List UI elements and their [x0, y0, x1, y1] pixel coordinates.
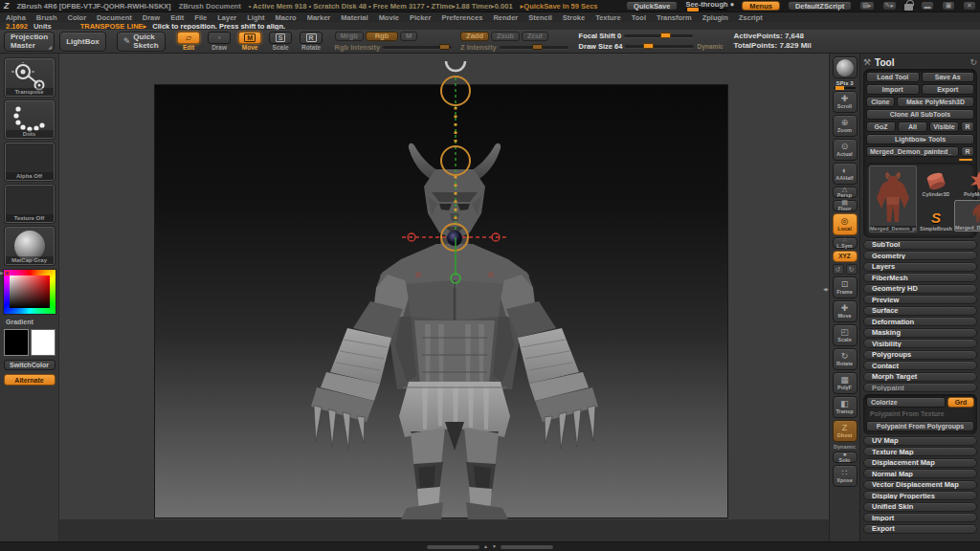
palette-memory-icon[interactable]: ↻ — [969, 57, 977, 67]
section-geometry[interactable]: Geometry — [863, 251, 977, 260]
current-brush-thumbnail[interactable]: Transpose — [5, 58, 55, 97]
tool-thumb-cylinder3d[interactable]: Cylinder3D — [920, 165, 952, 197]
frame-button[interactable]: ⊡Frame — [833, 276, 858, 298]
move-mode-button[interactable]: M Move — [237, 32, 263, 52]
canvas[interactable] — [154, 84, 728, 518]
local-button[interactable]: ◎Local — [833, 213, 858, 235]
section-subtool[interactable]: SubTool — [863, 240, 977, 250]
section-layers[interactable]: Layers — [863, 262, 977, 272]
menu-color[interactable]: Color — [68, 13, 87, 22]
transp-button[interactable]: ◧Transp — [833, 396, 858, 418]
menu-brush[interactable]: Brush — [36, 13, 57, 22]
rgb-button[interactable]: Rgb — [366, 32, 398, 41]
menu-picker[interactable]: Picker — [410, 13, 432, 22]
section-uv-map[interactable]: UV Map — [863, 436, 977, 446]
section-normal-map[interactable]: Normal Map — [863, 469, 977, 478]
tool-r-button[interactable]: R — [961, 146, 974, 157]
lightbox-tools-button[interactable]: Lightbox▸ Tools — [866, 134, 974, 144]
tool-thumb-simplebrush[interactable]: S SimpleBrush — [920, 200, 952, 231]
menu-movie[interactable]: Movie — [379, 13, 399, 22]
scroll-button[interactable]: ✚Scroll — [833, 91, 858, 113]
current-alpha-thumbnail[interactable]: Alpha Off — [5, 143, 55, 181]
aahalf-button[interactable]: ◐AAHalf — [833, 163, 858, 185]
section-export[interactable]: Export — [863, 524, 977, 534]
quick-sketch-button[interactable]: ✎ Quick Sketch — [117, 32, 166, 52]
solo-button[interactable]: ●Solo — [833, 452, 858, 463]
section-surface[interactable]: Surface — [863, 306, 977, 316]
rotate-canvas-button[interactable]: ↻Rotate — [833, 348, 858, 370]
dynamic-label[interactable]: Dynamic — [697, 43, 723, 50]
clone-all-subtools-button[interactable]: Clone All SubTools — [866, 109, 974, 120]
secondary-color-swatch[interactable] — [31, 329, 56, 356]
section-deformation[interactable]: Deformation — [863, 317, 977, 326]
save-as-button[interactable]: Save As — [922, 72, 975, 82]
scroll-up-icon[interactable]: ▲ — [483, 544, 488, 549]
mrgb-button[interactable]: Mrgb — [335, 32, 364, 41]
menu-zscript[interactable]: Zscript — [739, 13, 763, 22]
menu-draw[interactable]: Draw — [143, 13, 160, 22]
section-polygroups[interactable]: Polygroups — [863, 350, 977, 360]
spin-right-icon[interactable]: ↻ — [846, 264, 858, 275]
zadd-button[interactable]: Zadd — [460, 32, 489, 41]
clone-button[interactable]: Clone — [866, 97, 895, 107]
menu-transform[interactable]: Transform — [657, 13, 692, 22]
active-tool-thumbnail[interactable]: Merged_Demon_pa — [869, 165, 917, 232]
menu-document[interactable]: Document — [97, 13, 132, 22]
menu-tool[interactable]: Tool — [632, 13, 646, 22]
see-through-slider[interactable]: See-through ● — [685, 1, 734, 11]
m-button[interactable]: M — [400, 32, 417, 41]
menu-material[interactable]: Material — [341, 13, 368, 22]
projection-master-button[interactable]: Projection Master ◢ — [4, 32, 55, 52]
lightbox-button[interactable]: LightBox — [59, 32, 106, 52]
switch-color-button[interactable]: SwitchColor — [4, 360, 56, 370]
menu-stencil[interactable]: Stencil — [528, 13, 552, 22]
goz-visible-button[interactable]: Visible — [929, 121, 959, 132]
edit-mode-button[interactable]: ▱ Edit — [176, 32, 202, 52]
move-canvas-button[interactable]: ✚Move — [833, 300, 858, 322]
export-button[interactable]: Export — [922, 84, 975, 95]
section-unified-skin[interactable]: Unified Skin — [863, 502, 977, 512]
section-contact[interactable]: Contact — [863, 361, 977, 370]
spix-slider[interactable]: SPix 3 — [835, 80, 856, 89]
current-material-thumbnail[interactable]: MatCap Gray — [5, 227, 55, 265]
section-vector-displacement-map[interactable]: Vector Displacement Map — [863, 480, 977, 490]
menu-preferences[interactable]: Preferences — [441, 13, 482, 22]
section-masking[interactable]: Masking — [863, 328, 977, 338]
scale-canvas-button[interactable]: ◰Scale — [833, 324, 858, 346]
close-button[interactable]: ✕ — [963, 1, 976, 11]
section-fibermesh[interactable]: FiberMesh — [863, 273, 977, 282]
bpr-button[interactable] — [833, 56, 858, 78]
draw-mode-button[interactable]: ◦ Draw — [207, 32, 233, 52]
copy-brush-icon[interactable]: ✎▸ — [882, 1, 897, 11]
tool-thumb-polymesh3d[interactable]: PolyMesh3D — [954, 165, 980, 197]
main-color-swatch[interactable] — [4, 329, 29, 356]
alternate-button[interactable]: Alternate — [4, 374, 56, 386]
xyz-button[interactable]: XYZ — [833, 251, 858, 262]
menu-light[interactable]: Light — [247, 13, 264, 22]
z-intensity-slider[interactable]: Z Intensity — [460, 43, 568, 52]
scrollbar-left-segment[interactable] — [427, 545, 479, 549]
color-picker[interactable] — [3, 269, 56, 315]
menu-file[interactable]: File — [194, 13, 207, 22]
menu-marker[interactable]: Marker — [307, 13, 331, 22]
rgb-intensity-slider[interactable]: Rgb Intensity — [335, 43, 453, 52]
saturation-square[interactable] — [10, 276, 50, 308]
current-stroke-thumbnail[interactable]: Dots — [5, 100, 55, 139]
menu-edit[interactable]: Edit — [170, 13, 184, 22]
section-import[interactable]: Import — [863, 513, 977, 522]
ghost-button[interactable]: ZGhost — [833, 420, 858, 442]
polypaint-from-polygroups-button[interactable]: Polypaint From Polygroups — [866, 421, 974, 431]
polyframe-button[interactable]: ▦PolyF — [833, 372, 858, 394]
palette-scroll-indicator[interactable] — [959, 159, 972, 161]
xpose-button[interactable]: ∷Xpose — [833, 465, 858, 487]
scroll-down-icon[interactable]: ▼ — [492, 544, 497, 549]
quicksave-button[interactable]: QuickSave — [626, 1, 678, 11]
colorize-button[interactable]: Colorize — [866, 397, 946, 408]
panel-divider-arrows[interactable]: ◀▶ — [823, 287, 828, 292]
section-texture-map[interactable]: Texture Map — [863, 447, 977, 456]
menu-alpha[interactable]: Alpha — [6, 13, 26, 22]
focal-shift-slider[interactable]: Focal Shift 0 — [579, 32, 724, 40]
menus-button[interactable]: Menus — [742, 1, 780, 11]
grd-button[interactable]: Grd — [947, 397, 974, 408]
lsym-button[interactable]: ∴L.Sym — [833, 237, 858, 249]
